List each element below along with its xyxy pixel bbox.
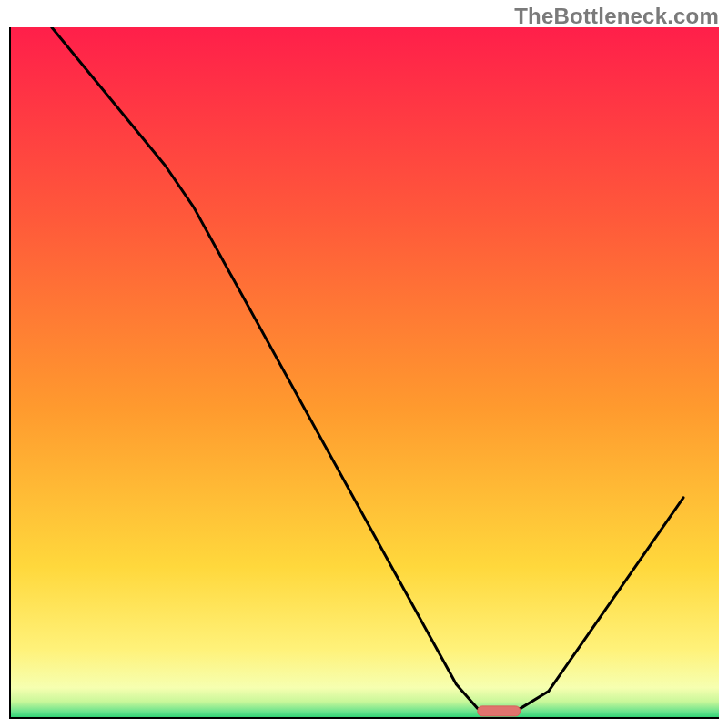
bottleneck-chart xyxy=(9,27,719,719)
gradient-background xyxy=(9,27,719,719)
optimum-marker xyxy=(478,706,521,716)
chart-canvas: TheBottleneck.com xyxy=(0,0,728,728)
plot-frame xyxy=(9,27,719,719)
watermark-text: TheBottleneck.com xyxy=(514,4,719,29)
